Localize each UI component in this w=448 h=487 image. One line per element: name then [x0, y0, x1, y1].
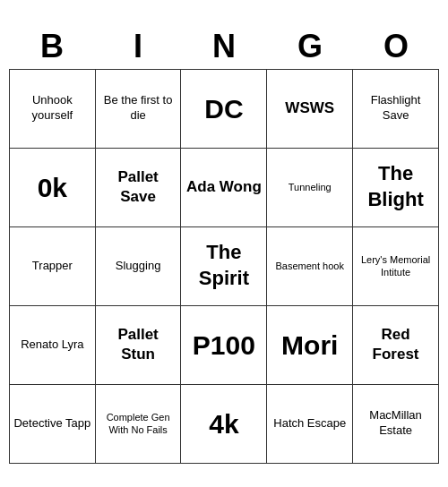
- table-row: 0kPallet SaveAda WongTunnelingThe Blight: [10, 148, 439, 226]
- table-row: Renato LyraPallet StunP100MoriRed Forest: [10, 305, 439, 384]
- bingo-cell: Pallet Stun: [95, 305, 181, 384]
- header-letter: I: [95, 24, 181, 69]
- bingo-cell: Pallet Save: [95, 148, 181, 226]
- bingo-cell: Unhook yourself: [10, 69, 96, 148]
- bingo-cell: Lery's Memorial Intitute: [353, 226, 439, 305]
- bingo-cell: The Blight: [353, 148, 439, 226]
- bingo-grid: Unhook yourselfBe the first to dieDCWSWS…: [9, 69, 439, 464]
- bingo-cell: Trapper: [10, 226, 96, 305]
- bingo-cell: Renato Lyra: [10, 305, 96, 384]
- bingo-cell: Basement hook: [267, 226, 353, 305]
- bingo-cell: DC: [181, 69, 267, 148]
- bingo-cell: Detective Tapp: [10, 384, 96, 463]
- bingo-cell: Red Forest: [353, 305, 439, 384]
- bingo-cell: MacMillan Estate: [353, 384, 439, 463]
- table-row: TrapperSluggingThe SpiritBasement hookLe…: [10, 226, 439, 305]
- bingo-cell: Flashlight Save: [353, 69, 439, 148]
- bingo-cell: Be the first to die: [95, 69, 181, 148]
- header-letter: O: [353, 24, 439, 69]
- bingo-body: Unhook yourselfBe the first to dieDCWSWS…: [10, 69, 439, 463]
- bingo-cell: Mori: [267, 305, 353, 384]
- bingo-cell: WSWS: [267, 69, 353, 148]
- bingo-cell: Tunneling: [267, 148, 353, 226]
- bingo-card: BINGO Unhook yourselfBe the first to die…: [9, 24, 439, 464]
- header-letter: G: [267, 24, 353, 69]
- bingo-cell: Hatch Escape: [267, 384, 353, 463]
- bingo-cell: Complete Gen With No Fails: [95, 384, 181, 463]
- bingo-cell: 0k: [10, 148, 96, 226]
- bingo-header: BINGO: [9, 24, 439, 69]
- header-letter: B: [9, 24, 95, 69]
- bingo-cell: 4k: [181, 384, 267, 463]
- bingo-cell: The Spirit: [181, 226, 267, 305]
- table-row: Unhook yourselfBe the first to dieDCWSWS…: [10, 69, 439, 148]
- bingo-cell: Ada Wong: [181, 148, 267, 226]
- bingo-cell: P100: [181, 305, 267, 384]
- header-letter: N: [181, 24, 267, 69]
- table-row: Detective TappComplete Gen With No Fails…: [10, 384, 439, 463]
- bingo-cell: Slugging: [95, 226, 181, 305]
